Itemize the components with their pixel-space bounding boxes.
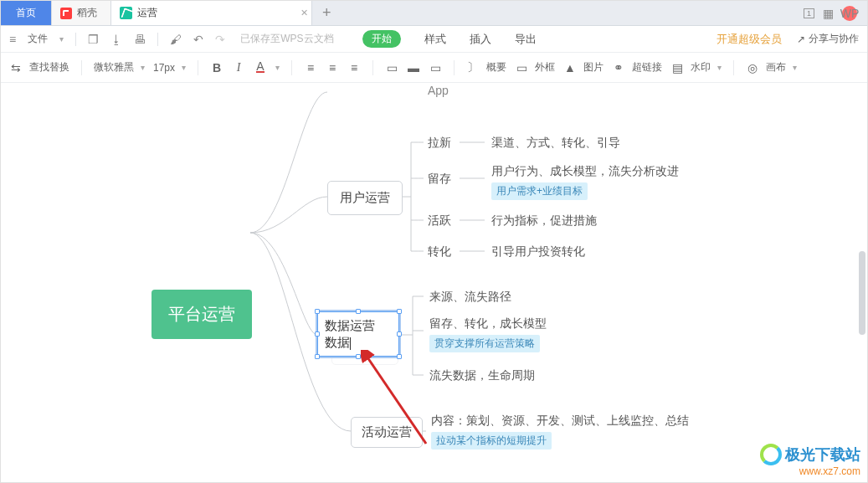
tag-data: 贯穿支撑所有运营策略 bbox=[429, 335, 540, 352]
edit-line2: 数据 bbox=[325, 335, 350, 349]
tab-export[interactable]: 导出 bbox=[515, 32, 537, 47]
tag-activity: 拉动某个指标的短期提升 bbox=[431, 432, 552, 450]
leaf-zhuanhua[interactable]: 引导用户投资转化 bbox=[491, 244, 585, 259]
node-data-ops-editing[interactable]: 数据运营 数据 bbox=[317, 311, 399, 357]
leaf-data-2[interactable]: 留存、转化，成长模型 贯穿支撑所有运营策略 bbox=[429, 316, 547, 352]
menu-file[interactable]: 文件 bbox=[28, 32, 48, 46]
link-icon: ⚭ bbox=[612, 61, 625, 75]
node-user-ops[interactable]: 用户运营 bbox=[327, 181, 403, 215]
find-replace-button[interactable]: 查找替换 bbox=[29, 60, 69, 75]
tab-insert[interactable]: 插入 bbox=[470, 32, 491, 47]
border-icon: ▭ bbox=[515, 61, 528, 75]
align-left-icon[interactable]: ≡ bbox=[304, 61, 317, 75]
leaf-liucun[interactable]: 用户行为、成长模型，流失分析改进 用户需求+业绩目标 bbox=[491, 164, 679, 200]
chevron-down-icon[interactable]: ▾ bbox=[275, 63, 280, 72]
image-icon: ▲ bbox=[563, 61, 577, 75]
align-center-icon[interactable]: ≡ bbox=[326, 61, 339, 75]
share-icon: ↗ bbox=[797, 33, 805, 45]
canvas-icon: ◎ bbox=[746, 61, 759, 75]
leaf-text: 内容：策划、资源、开发、测试、上线监控、总结 bbox=[431, 414, 689, 427]
leaf-laxin[interactable]: 渠道、方式、转化、引导 bbox=[491, 136, 620, 151]
outline-icon: 〕 bbox=[466, 61, 480, 75]
font-size-select[interactable]: 17px bbox=[153, 62, 175, 74]
chevron-down-icon[interactable]: ▾ bbox=[793, 63, 797, 72]
image-button[interactable]: 图片 bbox=[583, 60, 603, 75]
hamburger-icon[interactable]: ≡ bbox=[9, 33, 16, 46]
chevron-down-icon[interactable]: ▾ bbox=[182, 63, 186, 72]
share-label: 分享与协作 bbox=[809, 32, 859, 46]
grid-icon[interactable]: ▦ bbox=[823, 7, 834, 20]
daoke-icon bbox=[60, 8, 72, 19]
leaf-text: 留存、转化，成长模型 bbox=[429, 316, 547, 330]
leaf-huoyue[interactable]: 行为指标，促进措施 bbox=[491, 213, 597, 229]
layout-icon-1[interactable]: 1 bbox=[804, 8, 814, 18]
outline-button[interactable]: 概要 bbox=[486, 60, 506, 75]
subnode-liucun[interactable]: 留存 bbox=[428, 172, 451, 187]
chevron-down-icon[interactable]: ▾ bbox=[141, 63, 145, 72]
node-activity-ops[interactable]: 活动运营 bbox=[351, 417, 423, 448]
leaf-activity[interactable]: 内容：策划、资源、开发、测试、上线监控、总结 拉动某个指标的短期提升 bbox=[431, 414, 689, 450]
share-button[interactable]: ↗ 分享与协作 bbox=[797, 32, 859, 46]
leaf-data-1[interactable]: 来源、流失路径 bbox=[429, 290, 511, 305]
mindmap-icon bbox=[120, 7, 132, 19]
cutoff-node[interactable]: App bbox=[428, 84, 449, 97]
bold-button[interactable]: B bbox=[210, 61, 223, 75]
vip-link[interactable]: 开通超级会员 bbox=[716, 32, 782, 47]
tab-style[interactable]: 样式 bbox=[424, 32, 446, 47]
align-right-icon[interactable]: ≡ bbox=[347, 61, 361, 75]
edit-line1: 数据运营 bbox=[325, 318, 375, 332]
window-controls: 1 ▦ WP bbox=[804, 1, 867, 25]
new-window-icon[interactable]: ❐ bbox=[88, 33, 99, 46]
tab-start[interactable]: 开始 bbox=[362, 30, 401, 48]
italic-button[interactable]: I bbox=[232, 61, 245, 75]
chevron-down-icon: ▾ bbox=[59, 34, 64, 44]
tab-active[interactable]: 运营 ✕ bbox=[111, 1, 312, 25]
border-button[interactable]: 外框 bbox=[535, 60, 555, 75]
tab-bar: 首页 稻壳 运营 ✕ + 1 ▦ WP bbox=[1, 1, 867, 26]
subnode-huoyue[interactable]: 活跃 bbox=[428, 213, 451, 229]
tab-home[interactable]: 首页 bbox=[1, 1, 52, 25]
root-node[interactable]: 平台运营 bbox=[152, 290, 252, 339]
text-caret bbox=[350, 337, 351, 350]
undo-icon[interactable]: ↶ bbox=[193, 33, 203, 46]
text-color-button[interactable]: A bbox=[254, 61, 267, 75]
save-status: 已保存至WPS云文档 bbox=[240, 32, 333, 46]
tab-daoke[interactable]: 稻壳 bbox=[52, 1, 111, 25]
leaf-data-3[interactable]: 流失数据，生命周期 bbox=[429, 368, 535, 383]
swap-icon[interactable]: ⇆ bbox=[9, 61, 23, 75]
avatar[interactable]: WP bbox=[842, 6, 857, 21]
redo-icon[interactable]: ↷ bbox=[215, 33, 225, 46]
chevron-down-icon[interactable]: ▾ bbox=[717, 63, 722, 72]
font-family-select[interactable]: 微软雅黑 bbox=[94, 60, 134, 75]
subnode-zhuanhua[interactable]: 转化 bbox=[428, 244, 451, 259]
toolbar: ⇆ 查找替换 微软雅黑 ▾ 17px ▾ B I A ▾ ≡ ≡ ≡ ▭ ▬ ▭… bbox=[1, 53, 867, 83]
close-icon[interactable]: ✕ bbox=[300, 8, 308, 18]
scrollbar-thumb[interactable] bbox=[859, 251, 865, 335]
mindmap-canvas[interactable]: App 平台运营 用户运营 拉新 渠道、方式、转化、引导 留存 用户行为、成长模… bbox=[1, 84, 867, 482]
menu-bar: ≡ 文件 ▾ ❐ ⭳ 🖶 🖌 ↶ ↷ 已保存至WPS云文档 开始 样式 插入 导… bbox=[1, 26, 867, 53]
hyperlink-button[interactable]: 超链接 bbox=[632, 60, 662, 75]
leaf-text: 用户行为、成长模型，流失分析改进 bbox=[491, 164, 679, 177]
new-tab-button[interactable]: + bbox=[312, 1, 342, 25]
tab-label: 运营 bbox=[137, 6, 157, 20]
watermark-button[interactable]: 水印 bbox=[691, 60, 711, 75]
watermark-icon: ▤ bbox=[670, 61, 684, 75]
tag-liucun: 用户需求+业绩目标 bbox=[491, 182, 588, 200]
print-icon[interactable]: 🖶 bbox=[134, 33, 146, 46]
node-style-3-icon[interactable]: ▭ bbox=[429, 61, 442, 75]
tab-label: 稻壳 bbox=[77, 6, 97, 20]
node-style-2-icon[interactable]: ▬ bbox=[407, 61, 420, 75]
subnode-laxin[interactable]: 拉新 bbox=[428, 136, 451, 151]
download-icon[interactable]: ⭳ bbox=[110, 33, 122, 46]
node-style-1-icon[interactable]: ▭ bbox=[385, 61, 398, 75]
canvas-button[interactable]: 画布 bbox=[766, 60, 786, 75]
format-brush-icon[interactable]: 🖌 bbox=[170, 33, 182, 46]
